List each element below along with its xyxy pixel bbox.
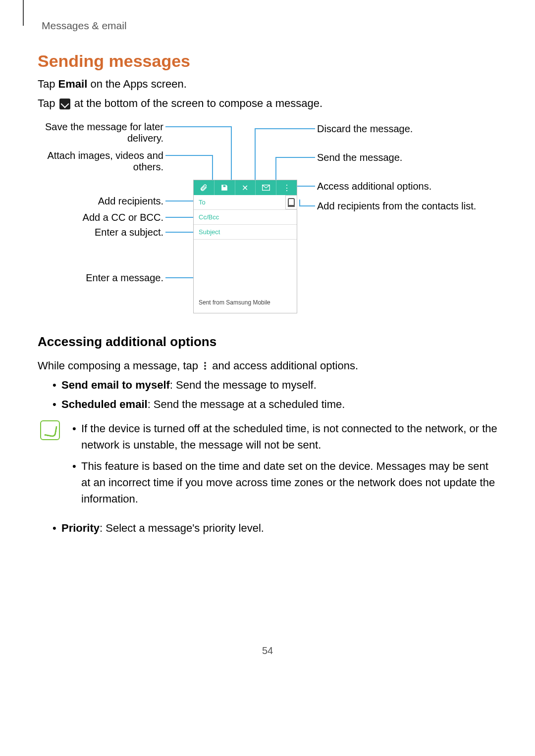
subject-field: Subject: [194, 225, 297, 240]
sub-paragraph: While composing a message, tap and acces…: [38, 357, 497, 374]
section-label: Messages & email: [42, 20, 497, 32]
more-options-icon: ⋮: [276, 180, 297, 195]
ccbcc-field: Cc/Bcc: [194, 210, 297, 225]
intro-paragraph-1: Tap Email on the Apps screen.: [38, 76, 497, 92]
note-block: If the device is turned off at the sched…: [38, 420, 497, 512]
callout-send: Send the message.: [317, 152, 481, 163]
discard-icon: ✕: [235, 180, 256, 195]
text: and access additional options.: [209, 359, 358, 372]
compose-screen-mock: ✕ ⋮ To Cc/Bcc Subject Sent from Samsung …: [193, 180, 297, 313]
message-body: [194, 240, 297, 299]
text: : Send the message to myself.: [170, 379, 317, 391]
callout-subject: Enter a subject.: [40, 227, 163, 238]
text: Tap: [38, 78, 58, 90]
text: : Send the message at a scheduled time.: [148, 398, 345, 410]
options-list: Send email to myself: Send the message t…: [38, 377, 497, 412]
page-number: 54: [38, 645, 497, 676]
send-icon: [256, 180, 276, 195]
page-edge-rule: [23, 0, 24, 26]
save-draft-icon: [214, 180, 235, 195]
options-list-continued: Priority: Select a message's priority le…: [38, 520, 497, 536]
text: at the bottom of the screen to compose a…: [71, 97, 323, 109]
compose-icon: [59, 99, 70, 109]
callout-ccbcc: Add a CC or BCC.: [40, 212, 163, 223]
callout-options: Access additional options.: [317, 181, 481, 192]
compose-diagram: Save the message for later delivery. Att…: [40, 121, 495, 319]
callout-save: Save the message for later delivery.: [40, 121, 163, 144]
attach-icon: [194, 180, 214, 195]
field-label: To: [199, 199, 206, 206]
text: : Select a message's priority level.: [100, 522, 264, 534]
bold-text: Send email to myself: [61, 379, 170, 391]
more-options-icon: [203, 361, 207, 372]
page-title: Sending messages: [38, 51, 497, 71]
list-item: This feature is based on the time and da…: [72, 458, 497, 507]
text: While composing a message, tap: [38, 359, 201, 372]
bold-text: Scheduled email: [61, 398, 148, 410]
callout-recipients: Add recipients.: [40, 196, 163, 207]
subheading: Accessing additional options: [38, 334, 497, 350]
callout-discard: Discard the message.: [317, 123, 481, 135]
text: on the Apps screen.: [87, 78, 187, 90]
list-item: Scheduled email: Send the message at a s…: [53, 396, 497, 412]
list-item: Send email to myself: Send the message t…: [53, 377, 497, 393]
contacts-picker-icon: [285, 195, 297, 209]
text: Tap: [38, 97, 58, 109]
note-list: If the device is turned off at the sched…: [62, 420, 497, 512]
callout-message: Enter a message.: [40, 272, 163, 284]
signature-text: Sent from Samsung Mobile: [194, 299, 297, 311]
list-item: If the device is turned off at the sched…: [72, 420, 497, 453]
bold-text: Priority: [61, 522, 100, 534]
callout-contacts: Add recipients from the contacts list.: [317, 201, 481, 212]
list-item: Priority: Select a message's priority le…: [53, 520, 497, 536]
intro-paragraph-2: Tap at the bottom of the screen to compo…: [38, 95, 497, 111]
to-field: To: [194, 195, 297, 210]
bold-text: Email: [58, 78, 88, 90]
note-icon: [38, 420, 62, 512]
callout-attach: Attach images, videos and others.: [40, 150, 163, 173]
